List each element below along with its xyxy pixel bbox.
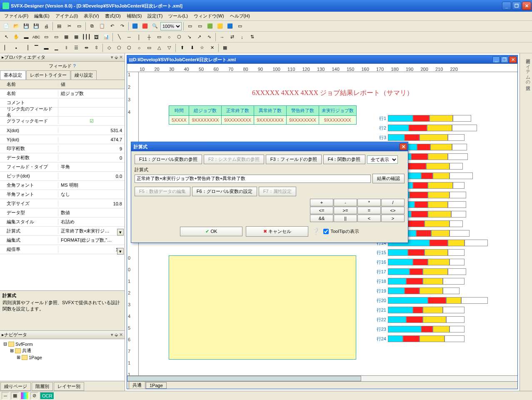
paste-icon[interactable]: 📋	[97, 22, 107, 31]
redo-icon[interactable]: ↷	[117, 22, 127, 31]
calc-button[interactable]: <>	[381, 207, 405, 214]
arrowl-icon[interactable]: ⇄	[227, 32, 237, 42]
dlg-button[interactable]: F4：関数の参照	[323, 155, 365, 164]
tree-node[interactable]: ⊞ 共通	[2, 347, 123, 354]
hline-icon[interactable]: ─	[125, 32, 134, 42]
print-icon[interactable]: 🖨	[42, 22, 51, 31]
ok-button[interactable]: ✔ OK	[180, 227, 242, 236]
tree-node[interactable]: ⊟ SvfForm	[2, 341, 123, 347]
menu-item[interactable]: 書式(O)	[102, 12, 123, 20]
align-l-icon[interactable]: ▏	[2, 43, 11, 52]
align-c-icon[interactable]: ▪	[12, 43, 21, 52]
doc-tab[interactable]: 共通	[129, 381, 145, 389]
close-button[interactable]: ✕	[522, 2, 531, 10]
prop-tab[interactable]: 基本設定	[0, 70, 26, 80]
cut-icon[interactable]: ✂	[65, 22, 74, 31]
rect-icon[interactable]: ▭	[52, 32, 61, 42]
arrowr-icon[interactable]: →	[217, 32, 227, 42]
prop-value[interactable]: 半角	[58, 164, 125, 170]
prop-value[interactable]: 数値	[58, 210, 125, 216]
doc-tab[interactable]: 1Page	[146, 382, 167, 389]
prop-value[interactable]: 474.7	[58, 137, 125, 142]
align-r-icon[interactable]: ▕	[22, 43, 31, 52]
prop-value[interactable]: 1.0▾	[58, 247, 125, 252]
back-icon[interactable]: ⬇	[187, 43, 197, 52]
palette-icon[interactable]: 🟦	[130, 22, 140, 31]
filter-select[interactable]: 全て表示	[367, 155, 398, 164]
new-icon[interactable]: 📄	[2, 22, 11, 31]
help-icon[interactable]: ❔	[312, 228, 320, 235]
expr-input[interactable]	[135, 175, 371, 183]
box-icon[interactable]: ▭	[155, 32, 164, 42]
dlg-button[interactable]: F3：フィールドの参照	[266, 155, 322, 164]
list-icon[interactable]: ▤	[55, 22, 64, 31]
calc-button[interactable]: >=	[334, 207, 357, 214]
menu-item[interactable]: ツール(L)	[166, 12, 190, 20]
doc6-icon[interactable]: ▭	[235, 22, 245, 31]
prop-value[interactable]: 531.4	[58, 128, 125, 133]
prop-tab[interactable]: レポートライター	[26, 70, 70, 80]
report-title[interactable]: 6XXXXX 4XXX 4XXX ジョブ結果レポート（サマリ）	[252, 89, 413, 98]
calc-button[interactable]: /	[381, 199, 405, 206]
menu-item[interactable]: 補助(S)	[124, 12, 145, 20]
scrollbar-horizontal[interactable]	[127, 375, 517, 381]
prop-value[interactable]: 右詰め	[58, 219, 125, 225]
prop-value[interactable]: 10.8	[58, 201, 125, 206]
doc-max-button[interactable]: ❐	[501, 56, 508, 63]
hand-icon[interactable]: ✋	[12, 32, 21, 42]
image-icon[interactable]: 🖼	[92, 32, 101, 42]
shape4-icon[interactable]: ○	[135, 43, 144, 52]
misc-icon[interactable]: ▦	[220, 43, 230, 52]
shape6-icon[interactable]: △	[155, 43, 164, 52]
pane-close-icon[interactable]: ✕	[119, 55, 123, 60]
barcode-icon[interactable]: ┃┃┃	[82, 32, 91, 42]
curve-icon[interactable]: ∿	[205, 32, 214, 42]
select-icon[interactable]: ↖	[2, 32, 11, 42]
sameh-icon[interactable]: ⇹	[82, 43, 91, 52]
prop-value[interactable]: FORMAT(総ジョブ数,"…	[58, 237, 125, 243]
calc-button[interactable]: +	[310, 199, 333, 206]
side-panel[interactable]: 描画アイテムの選択	[520, 53, 532, 391]
circle-icon[interactable]: ○	[165, 32, 174, 42]
doc5-icon[interactable]: 🟦	[225, 22, 235, 31]
maximize-button[interactable]: ❐	[512, 2, 521, 10]
arrow1-icon[interactable]: ↘	[185, 32, 194, 42]
menu-item[interactable]: 表示(V)	[81, 12, 102, 20]
menu-item[interactable]: ヘルプ(H)	[227, 12, 252, 20]
color-icon[interactable]: 🟥	[140, 22, 150, 31]
calc-button[interactable]: ||	[334, 215, 357, 222]
doc4-icon[interactable]: 🟨	[215, 22, 225, 31]
nav-menu-icon[interactable]: ▾	[111, 332, 113, 337]
align-b-icon[interactable]: ▁	[52, 43, 61, 52]
arrowud-icon[interactable]: ⇅	[247, 32, 257, 42]
open-icon[interactable]: 📂	[12, 22, 21, 31]
star-icon[interactable]: ☆	[197, 43, 207, 52]
line-icon[interactable]: ╲	[115, 32, 124, 42]
calc-button[interactable]: =	[357, 207, 381, 214]
menu-item[interactable]: アイテム(I)	[53, 12, 80, 20]
vline-icon[interactable]: │	[135, 32, 144, 42]
calc-button[interactable]: >	[381, 215, 405, 222]
calc-button[interactable]: &&	[310, 215, 333, 222]
data-table[interactable]: 時間総ジョブ数正常終了数異常終了数警告終了数未実行ジョブ数5XXXX9XXXXX…	[169, 105, 357, 125]
menu-item[interactable]: 設定(T)	[145, 12, 165, 20]
saveas-icon[interactable]: 💾	[32, 22, 41, 31]
cancel-button[interactable]: ✖ キャンセル	[246, 226, 308, 237]
calc-button[interactable]: <	[357, 215, 381, 222]
shape1-icon[interactable]: ◇	[105, 43, 114, 52]
prop-value[interactable]: MS 明朝	[58, 182, 125, 188]
menu-item[interactable]: ウィンドウ(W)	[191, 12, 227, 20]
align-t-icon[interactable]: ▔	[32, 43, 41, 52]
doc1-icon[interactable]: ▭	[185, 22, 195, 31]
prop-value[interactable]: 総ジョブ数	[58, 90, 125, 97]
prop-value[interactable]: 9	[58, 146, 125, 151]
tooltip-checkbox[interactable]: ToolTipの表示	[323, 228, 359, 235]
undo-icon[interactable]: ↶	[107, 22, 117, 31]
shape2-icon[interactable]: ⬠	[115, 43, 124, 52]
dlg-button[interactable]: F11：グローバル変数の参照	[135, 155, 202, 164]
nav-tab[interactable]: 階層別	[32, 382, 53, 391]
chart-icon[interactable]: 📊	[102, 32, 111, 42]
pane-menu-icon[interactable]: ▾	[111, 55, 113, 60]
prop-value[interactable]: 0.0	[58, 174, 125, 179]
highlight-icon[interactable]: ▬	[22, 32, 31, 42]
